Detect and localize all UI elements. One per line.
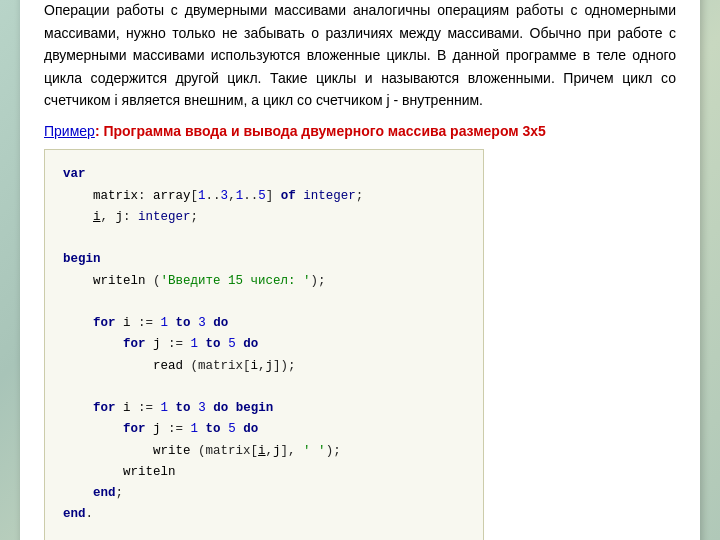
example-link[interactable]: Пример xyxy=(44,123,95,139)
code-block: var matrix: array[1..3,1..5] of integer;… xyxy=(44,149,484,540)
example-description: : Программа ввода и вывода двумерного ма… xyxy=(95,123,546,139)
main-paragraph: Операции работы с двумерными массивами а… xyxy=(44,0,676,111)
main-card: Операции работы с двумерными массивами а… xyxy=(20,0,700,540)
example-label: Пример: Программа ввода и вывода двумерн… xyxy=(44,123,676,139)
